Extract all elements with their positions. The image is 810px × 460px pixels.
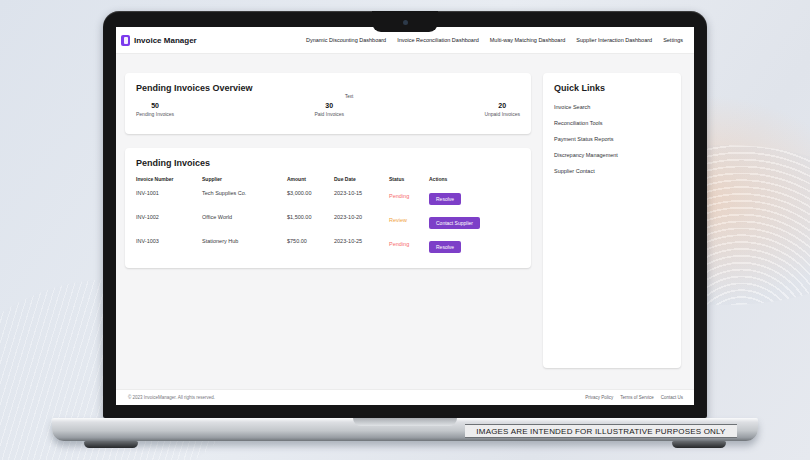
amount: $1,500.00 bbox=[287, 210, 334, 234]
app-window: Invoice Manager Dynamic Discounting Dash… bbox=[116, 27, 694, 405]
invoice-number: INV-1002 bbox=[136, 210, 202, 234]
stat-unpaid-invoices: 20 Unpaid Invoices bbox=[484, 102, 520, 117]
quick-links-list: Invoice Search Reconciliation Tools Paym… bbox=[554, 104, 670, 174]
supplier: Tech Supplies Co. bbox=[202, 186, 287, 210]
invoice-number: INV-1001 bbox=[136, 186, 202, 210]
quick-link-supplier-contact[interactable]: Supplier Contact bbox=[554, 168, 670, 174]
col-invoice-number: Invoice Number bbox=[136, 174, 202, 186]
table-row: INV-1002 Office World $1,500.00 2023-10-… bbox=[136, 210, 520, 234]
brand-name: Invoice Manager bbox=[134, 36, 197, 45]
stat-label: Paid Invoices bbox=[314, 111, 344, 117]
quick-link-discrepancy-management[interactable]: Discrepancy Management bbox=[554, 152, 670, 158]
webcam-icon bbox=[403, 20, 408, 25]
nav-multiway-matching[interactable]: Multi-way Matching Dashboard bbox=[490, 37, 566, 43]
overview-stats: Text 50 Pending Invoices 30 Paid Invoice… bbox=[136, 102, 520, 117]
pending-invoices-card: Pending Invoices Invoice Number Supplier… bbox=[125, 148, 531, 268]
nav-settings[interactable]: Settings bbox=[663, 37, 683, 43]
amount: $750.00 bbox=[287, 234, 334, 258]
laptop-base-notch bbox=[353, 418, 457, 426]
stat-value: 20 bbox=[484, 102, 520, 109]
quick-links-title: Quick Links bbox=[554, 83, 670, 93]
footer-links: Privacy Policy Terms of Service Contact … bbox=[585, 395, 683, 400]
supplier: Stationery Hub bbox=[202, 234, 287, 258]
main-nav: Dynamic Discounting Dashboard Invoice Re… bbox=[306, 37, 683, 43]
col-actions: Actions bbox=[429, 174, 520, 186]
due-date: 2023-10-20 bbox=[334, 210, 389, 234]
laptop-foot-right bbox=[672, 441, 726, 448]
invoice-logo-icon bbox=[121, 35, 130, 46]
col-supplier: Supplier bbox=[202, 174, 287, 186]
stat-value: 30 bbox=[314, 102, 344, 109]
app-footer: © 2023 InvoiceManager. All rights reserv… bbox=[116, 389, 694, 405]
stat-pending-invoices: 50 Pending Invoices bbox=[136, 102, 174, 117]
stat-label: Unpaid Invoices bbox=[484, 111, 520, 117]
invoices-title: Pending Invoices bbox=[136, 158, 520, 168]
quick-link-payment-status-reports[interactable]: Payment Status Reports bbox=[554, 136, 670, 142]
footer-link-contact-us[interactable]: Contact Us bbox=[661, 395, 683, 400]
resolve-button[interactable]: Resolve bbox=[429, 193, 461, 205]
amount: $3,000.00 bbox=[287, 186, 334, 210]
stat-value: 50 bbox=[136, 102, 174, 109]
col-due-date: Due Date bbox=[334, 174, 389, 186]
col-amount: Amount bbox=[287, 174, 334, 186]
invoices-table: Invoice Number Supplier Amount Due Date … bbox=[136, 174, 520, 258]
laptop-notch bbox=[372, 11, 438, 32]
pending-invoices-overview-card: Pending Invoices Overview Text 50 Pendin… bbox=[125, 73, 531, 134]
footer-link-privacy-policy[interactable]: Privacy Policy bbox=[585, 395, 613, 400]
contact-supplier-button[interactable]: Contact Supplier bbox=[429, 217, 480, 229]
nav-invoice-reconciliation[interactable]: Invoice Reconciliation Dashboard bbox=[397, 37, 479, 43]
illustrative-purposes-banner: IMAGES ARE INTENDED FOR ILLUSTRATIVE PUR… bbox=[465, 424, 737, 438]
quick-link-invoice-search[interactable]: Invoice Search bbox=[554, 104, 670, 110]
stat-label: Pending Invoices bbox=[136, 111, 174, 117]
copyright-text: © 2023 InvoiceManager. All rights reserv… bbox=[128, 395, 215, 400]
supplier: Office World bbox=[202, 210, 287, 234]
due-date: 2023-10-15 bbox=[334, 186, 389, 210]
footer-link-terms-of-service[interactable]: Terms of Service bbox=[620, 395, 654, 400]
nav-supplier-interaction[interactable]: Supplier Interaction Dashboard bbox=[576, 37, 652, 43]
laptop-screen-bezel: Invoice Manager Dynamic Discounting Dash… bbox=[103, 11, 707, 418]
invoice-number: INV-1003 bbox=[136, 234, 202, 258]
col-status: Status bbox=[389, 174, 429, 186]
main-content: Pending Invoices Overview Text 50 Pendin… bbox=[116, 54, 694, 389]
due-date: 2023-10-25 bbox=[334, 234, 389, 258]
quick-link-reconciliation-tools[interactable]: Reconciliation Tools bbox=[554, 120, 670, 126]
overview-title: Pending Invoices Overview bbox=[136, 83, 520, 93]
resolve-button[interactable]: Resolve bbox=[429, 241, 461, 253]
laptop-base: IMAGES ARE INTENDED FOR ILLUSTRATIVE PUR… bbox=[52, 418, 758, 441]
status-badge: Pending bbox=[389, 193, 409, 199]
laptop-foot-left bbox=[84, 441, 138, 448]
quick-links-card: Quick Links Invoice Search Reconciliatio… bbox=[543, 73, 681, 368]
table-row: INV-1003 Stationery Hub $750.00 2023-10-… bbox=[136, 234, 520, 258]
left-column: Pending Invoices Overview Text 50 Pendin… bbox=[125, 73, 531, 268]
table-header-row: Invoice Number Supplier Amount Due Date … bbox=[136, 174, 520, 186]
brand: Invoice Manager bbox=[121, 35, 197, 46]
table-row: INV-1001 Tech Supplies Co. $3,000.00 202… bbox=[136, 186, 520, 210]
status-badge: Review bbox=[389, 217, 407, 223]
status-badge: Pending bbox=[389, 241, 409, 247]
nav-dynamic-discounting[interactable]: Dynamic Discounting Dashboard bbox=[306, 37, 386, 43]
stray-text-label: Text bbox=[345, 94, 353, 99]
stat-paid-invoices: 30 Paid Invoices bbox=[314, 102, 344, 117]
